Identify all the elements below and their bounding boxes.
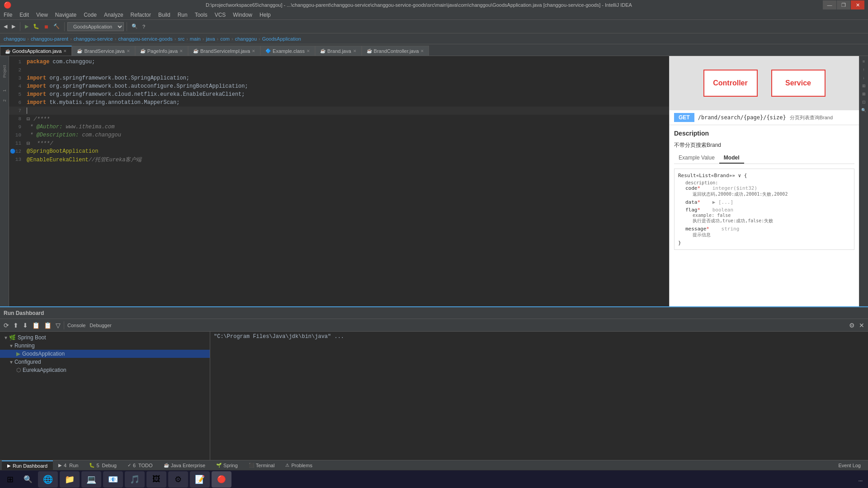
service-box[interactable]: Service (771, 70, 826, 97)
tree-configured[interactable]: ▼ Configured (0, 358, 210, 366)
taskbar-music-button[interactable]: 🎵 (125, 471, 145, 488)
right-icon-2[interactable]: ↑ (860, 66, 868, 73)
menu-item-vcs[interactable]: VCS (211, 10, 230, 19)
menu-item-file[interactable]: File (0, 10, 16, 19)
sidebar-1-icon[interactable]: 1 (1, 86, 8, 95)
tree-goodsapp[interactable]: ▶ GoodsApplication (0, 350, 210, 358)
tab-brand[interactable]: ☕ Brand.java ✕ (315, 46, 362, 56)
bottom-tab-debug[interactable]: 🐛 5 Debug (84, 460, 122, 470)
springboot-expand[interactable]: ▼ (4, 335, 8, 340)
code-editor[interactable]: 1 package com.changgou; 2 3 import org.s… (9, 56, 669, 306)
minimize-button[interactable]: — (823, 0, 836, 9)
breadcrumb-item-java[interactable]: java (206, 36, 215, 42)
menu-item-tools[interactable]: Tools (191, 10, 211, 19)
right-icon-1[interactable]: ≡ (860, 58, 868, 65)
toolbar-debug-button[interactable]: 🐛 (31, 21, 41, 32)
tab-close-bsi[interactable]: ✕ (252, 49, 255, 53)
tab-close-goods[interactable]: ✕ (63, 49, 67, 53)
run-config-selector[interactable]: GoodsApplication (67, 22, 124, 31)
right-icon-3[interactable]: ↓ (860, 74, 868, 81)
toolbar-help-button[interactable]: ? (141, 21, 147, 32)
tree-springboot[interactable]: ▼ 🌿 Spring Boot (0, 333, 210, 342)
tree-eurekaapp[interactable]: ⬡ EurekaApplication (0, 366, 210, 374)
right-icon-6[interactable]: ⊡ (860, 99, 868, 106)
tab-brandserviceimpl[interactable]: ☕ BrandServiceImpl.java ✕ (188, 46, 260, 56)
run-toolbar-up[interactable]: ⬆ (11, 320, 20, 330)
right-icon-4[interactable]: ⊞ (860, 82, 868, 89)
menu-item-build[interactable]: Build (155, 10, 174, 19)
breadcrumb-item-src[interactable]: src (178, 36, 185, 42)
taskbar-edge-button[interactable]: 🌐 (38, 471, 58, 488)
bottom-tab-spring[interactable]: 🌱 Spring (211, 460, 243, 470)
menu-item-view[interactable]: View (33, 10, 52, 19)
breadcrumb-item-service[interactable]: changgou-service (74, 36, 113, 42)
taskbar-notepad-button[interactable]: 📝 (190, 471, 210, 488)
menu-item-window[interactable]: Window (229, 10, 256, 19)
windows-start-button[interactable]: ⊞ (2, 471, 18, 488)
tab-close-brand[interactable]: ✕ (127, 49, 130, 53)
menu-item-run[interactable]: Run (174, 10, 191, 19)
menu-item-code[interactable]: Code (80, 10, 100, 19)
toolbar-stop-button[interactable]: ⏹ (42, 21, 51, 32)
tab-pageinfo[interactable]: ☕ PageInfo.java ✕ (135, 46, 188, 56)
breadcrumb-item-changgou2[interactable]: changgou (235, 36, 257, 42)
menu-item-help[interactable]: Help (256, 10, 274, 19)
tab-close-brand2[interactable]: ✕ (353, 49, 357, 53)
tab-brandcontroller[interactable]: ☕ BrandController.java ✕ (362, 46, 429, 56)
run-toolbar-copy[interactable]: 📋 (30, 320, 42, 330)
sidebar-2-icon[interactable]: 2 (1, 96, 8, 105)
menu-item-edit[interactable]: Edit (16, 10, 33, 19)
taskbar-mail-button[interactable]: 📧 (103, 471, 123, 488)
tab-close-bc[interactable]: ✕ (420, 49, 424, 53)
toolbar-build-button[interactable]: 🔨 (52, 21, 61, 32)
taskbar-search-button[interactable]: 🔍 (20, 471, 36, 488)
menu-item-refactor[interactable]: Refactor (127, 10, 155, 19)
configured-expand[interactable]: ▼ (9, 360, 14, 365)
taskbar-settings-button[interactable]: ⚙ (168, 471, 188, 488)
toolbar-run-button[interactable]: ▶ (23, 21, 30, 32)
bottom-tab-problems[interactable]: ⚠ Problems (280, 460, 317, 470)
breadcrumb-item-com[interactable]: com (220, 36, 230, 42)
toolbar-forward-button[interactable]: ▶ (10, 21, 17, 32)
bottom-tab-run[interactable]: ▶ 4 Run (53, 460, 84, 470)
sidebar-project-icon[interactable]: Project (1, 58, 8, 85)
run-toolbar-refresh[interactable]: ⟳ (2, 320, 11, 330)
breadcrumb-item-changgou[interactable]: changgou (4, 36, 25, 42)
run-toolbar-close-panel[interactable]: ✕ (857, 320, 866, 330)
tab-goodsapplication[interactable]: ☕ GoodsApplication.java ✕ (0, 46, 72, 56)
tab-example[interactable]: 🔷 Example.class ✕ (260, 46, 315, 56)
running-expand[interactable]: ▼ (9, 343, 14, 348)
close-button[interactable]: ✕ (851, 0, 864, 9)
taskbar-intellij-button[interactable]: 🔴 (212, 471, 231, 488)
menu-item-navigate[interactable]: Navigate (52, 10, 80, 19)
taskbar-explorer-button[interactable]: 📁 (60, 471, 80, 488)
breadcrumb-item-goods[interactable]: changgou-service-goods (118, 36, 172, 42)
bottom-tab-javaenterprise[interactable]: ☕ Java Enterprise (158, 460, 211, 470)
toolbar-search-button[interactable]: 🔍 (130, 21, 140, 32)
controller-box[interactable]: Controller (703, 70, 758, 97)
bottom-tab-rundashboard[interactable]: ▶ Run Dashboard (2, 460, 53, 470)
run-toolbar-down[interactable]: ⬇ (21, 320, 30, 330)
example-value-tab[interactable]: Example Value (674, 153, 719, 164)
bottom-tab-terminal[interactable]: ⬛ Terminal (243, 460, 280, 470)
menu-item-analyze[interactable]: Analyze (100, 10, 127, 19)
right-icon-7[interactable]: 🔍 (860, 107, 868, 114)
run-toolbar-copy2[interactable]: 📋 (42, 320, 53, 330)
bottom-tab-todo[interactable]: ✓ 6 TODO (122, 460, 158, 470)
tab-close-pageinfo[interactable]: ✕ (179, 49, 183, 53)
toolbar-back-button[interactable]: ◀ (2, 21, 9, 32)
taskbar-terminal-button[interactable]: 💻 (81, 471, 101, 488)
breadcrumb-item-goodsapp[interactable]: GoodsApplication (262, 36, 301, 42)
maximize-button[interactable]: ❐ (837, 0, 850, 9)
tree-running[interactable]: ▼ Running (0, 342, 210, 350)
bottom-tab-eventlog[interactable]: Event Log (833, 460, 866, 470)
tab-close-example[interactable]: ✕ (307, 49, 310, 53)
breadcrumb-item-main[interactable]: main (190, 36, 201, 42)
run-toolbar-filter[interactable]: ▽ (54, 320, 62, 330)
debugger-tab-label[interactable]: Debugger (88, 323, 113, 328)
tab-brandservice[interactable]: ☕ BrandService.java ✕ (72, 46, 135, 56)
model-tab[interactable]: Model (719, 153, 744, 164)
taskbar-photos-button[interactable]: 🖼 (146, 471, 166, 488)
right-icon-5[interactable]: ⊠ (860, 90, 868, 98)
breadcrumb-item-parent[interactable]: changgou-parent (31, 36, 68, 42)
